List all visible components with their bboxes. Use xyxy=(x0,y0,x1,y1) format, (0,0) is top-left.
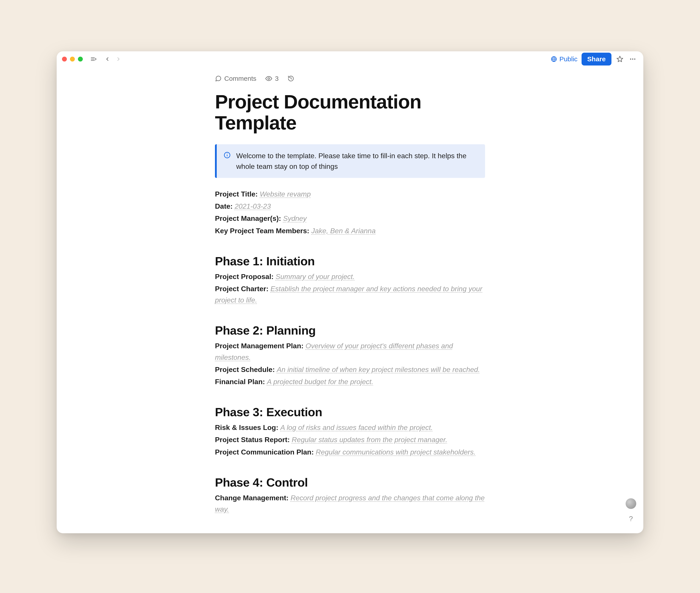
visibility-label: Public xyxy=(559,55,578,63)
field-team-members[interactable]: Key Project Team Members: Jake, Ben & Ar… xyxy=(215,225,485,237)
help-glyph: ? xyxy=(629,515,633,523)
close-window-button[interactable] xyxy=(62,57,67,62)
field-label: Project Communication Plan: xyxy=(215,448,314,456)
history-button[interactable] xyxy=(288,75,294,82)
page-title[interactable]: Project Documentation Template xyxy=(215,91,485,133)
field-project-schedule[interactable]: Project Schedule: An initial timeline of… xyxy=(215,364,485,375)
more-horizontal-icon xyxy=(629,55,636,63)
field-label: Risk & Issues Log: xyxy=(215,424,278,432)
field-project-proposal[interactable]: Project Proposal: Summary of your projec… xyxy=(215,271,485,282)
section-heading-phase-3[interactable]: Phase 3: Execution xyxy=(215,405,485,419)
field-value[interactable]: Sydney xyxy=(283,214,307,223)
info-callout[interactable]: Welcome to the template. Please take tim… xyxy=(215,144,485,178)
svg-point-9 xyxy=(268,78,270,79)
favorite-star-button[interactable] xyxy=(616,55,624,64)
field-label: Project Status Report: xyxy=(215,436,290,444)
window-controls xyxy=(62,57,83,62)
field-label: Project Title: xyxy=(215,190,258,198)
section-heading-phase-1[interactable]: Phase 1: Initiation xyxy=(215,254,485,268)
field-date[interactable]: Date: 2021-03-23 xyxy=(215,201,485,212)
document-body[interactable]: Comments 3 Project Documentation xyxy=(215,67,485,529)
field-risk-log[interactable]: Risk & Issues Log: A log of risks and is… xyxy=(215,422,485,433)
field-value[interactable]: Regular status updates from the project … xyxy=(292,436,447,444)
field-value[interactable]: Website revamp xyxy=(260,190,311,198)
field-project-plan[interactable]: Project Management Plan: Overview of you… xyxy=(215,340,485,363)
field-status-report[interactable]: Project Status Report: Regular status up… xyxy=(215,434,485,445)
views-count: 3 xyxy=(275,75,279,82)
section-heading-phase-4[interactable]: Phase 4: Control xyxy=(215,475,485,489)
svg-point-12 xyxy=(227,154,228,154)
field-label: Project Charter: xyxy=(215,285,268,293)
share-button[interactable]: Share xyxy=(582,53,612,66)
field-label: Key Project Team Members: xyxy=(215,227,309,235)
floating-help-button[interactable]: ? xyxy=(626,513,636,524)
field-value[interactable]: An initial timeline of when key project … xyxy=(277,365,480,373)
field-label: Financial Plan: xyxy=(215,378,265,386)
visibility-chip-public[interactable]: Public xyxy=(551,55,578,63)
views-indicator[interactable]: 3 xyxy=(265,75,279,82)
nav-back-button[interactable] xyxy=(104,55,111,63)
maximize-window-button[interactable] xyxy=(78,57,83,62)
more-options-button[interactable] xyxy=(628,55,637,64)
header-fields[interactable]: Project Title: Website revamp Date: 2021… xyxy=(215,189,485,237)
svg-point-8 xyxy=(634,58,635,60)
field-financial-plan[interactable]: Financial Plan: A projected budget for t… xyxy=(215,376,485,388)
field-value[interactable]: Jake, Ben & Arianna xyxy=(311,227,376,235)
titlebar: Public Share xyxy=(57,51,643,67)
field-project-title[interactable]: Project Title: Website revamp xyxy=(215,189,485,200)
svg-marker-5 xyxy=(617,56,623,62)
eye-icon xyxy=(265,75,272,82)
document-meta-bar: Comments 3 xyxy=(215,75,485,82)
star-icon xyxy=(616,55,623,63)
field-label: Date: xyxy=(215,202,233,210)
svg-point-6 xyxy=(630,58,631,60)
floating-settings-button[interactable] xyxy=(626,498,636,509)
comments-label: Comments xyxy=(224,75,256,82)
field-value[interactable]: A log of risks and issues faced within t… xyxy=(280,424,433,432)
minimize-window-button[interactable] xyxy=(70,57,75,62)
field-value[interactable]: A projected budget for the project. xyxy=(267,378,373,386)
field-change-management[interactable]: Change Management: Record project progre… xyxy=(215,492,485,515)
clock-refresh-icon xyxy=(288,75,294,82)
field-project-managers[interactable]: Project Manager(s): Sydney xyxy=(215,213,485,224)
field-comm-plan[interactable]: Project Communication Plan: Regular comm… xyxy=(215,446,485,458)
field-value[interactable]: Summary of your project. xyxy=(275,273,355,281)
field-label: Project Schedule: xyxy=(215,365,275,373)
svg-point-7 xyxy=(632,58,633,60)
field-label: Project Manager(s): xyxy=(215,214,281,223)
field-label: Project Management Plan: xyxy=(215,342,303,350)
globe-icon xyxy=(551,56,557,63)
sidebar-toggle-icon[interactable] xyxy=(89,55,98,63)
field-label: Project Proposal: xyxy=(215,273,273,281)
info-icon xyxy=(223,151,231,160)
app-window: Public Share xyxy=(57,51,643,533)
comments-button[interactable]: Comments xyxy=(215,75,256,82)
field-project-charter[interactable]: Project Charter: Establish the project m… xyxy=(215,283,485,306)
field-value[interactable]: Regular communications with project stak… xyxy=(316,448,476,456)
callout-text: Welcome to the template. Please take tim… xyxy=(236,151,477,172)
field-label: Change Management: xyxy=(215,494,289,502)
section-heading-phase-2[interactable]: Phase 2: Planning xyxy=(215,323,485,337)
nav-forward-button[interactable] xyxy=(115,55,122,63)
field-value[interactable]: 2021-03-23 xyxy=(235,202,271,210)
comment-icon xyxy=(215,75,222,82)
